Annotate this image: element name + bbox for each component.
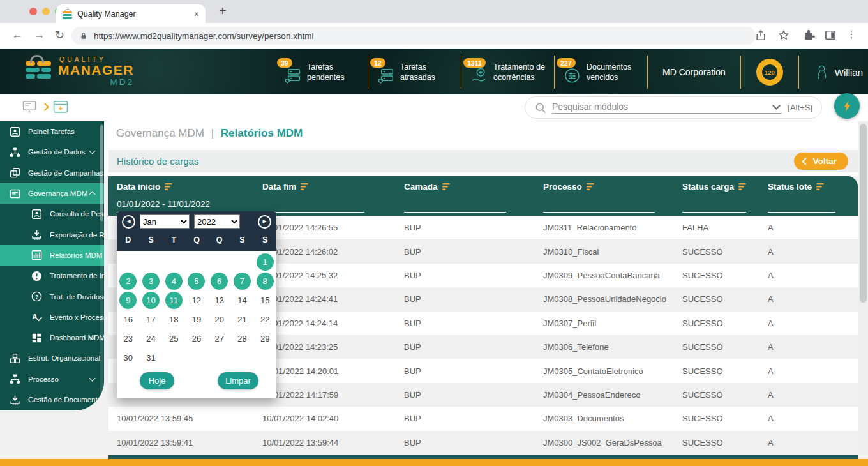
- filter-input[interactable]: [543, 199, 655, 213]
- filter-sort-icon[interactable]: [442, 183, 451, 190]
- filter-sort-icon[interactable]: [301, 183, 309, 190]
- calendar-day[interactable]: 7: [231, 271, 254, 290]
- sidebar-item-gestao-de-campanhas[interactable]: Gestão de Campanhas: [0, 163, 104, 183]
- calendar-day[interactable]: 1: [253, 252, 276, 271]
- calendar-day[interactable]: 8: [253, 271, 276, 290]
- calendar-day[interactable]: 30: [117, 348, 140, 367]
- column-filter-2[interactable]: [396, 199, 535, 213]
- address-bar[interactable]: https://www.md2qualitymanager.com/survey…: [71, 27, 756, 45]
- calendar-day[interactable]: 24: [140, 329, 163, 348]
- page-scrollbar[interactable]: [858, 121, 868, 455]
- calendar-day[interactable]: 23: [117, 329, 140, 348]
- calendar-day[interactable]: 27: [208, 329, 231, 348]
- browser-menu-icon[interactable]: ⋮: [846, 28, 857, 40]
- extensions-puzzle-icon[interactable]: [802, 29, 815, 41]
- filter-input[interactable]: 01/01/2022 - 11/01/2022: [117, 199, 232, 213]
- module-window-icon[interactable]: [53, 100, 68, 114]
- calendar-day[interactable]: 6: [208, 271, 231, 290]
- back-icon[interactable]: ←: [11, 28, 23, 41]
- new-tab-button[interactable]: +: [219, 4, 227, 19]
- sidebar-item-relatorios-mdm[interactable]: Relatórios MDM: [0, 245, 104, 266]
- header-stat-documentos-vencidos[interactable]: 227Documentos vencidos: [560, 59, 641, 85]
- calendar-day[interactable]: 17: [140, 310, 163, 329]
- sidebar-item-governanca-mdm[interactable]: Governança MDM: [0, 183, 104, 204]
- sidebar-item-painel-tarefas[interactable]: Painel Tarefas: [0, 121, 104, 142]
- calendar-day[interactable]: 18: [162, 310, 185, 329]
- column-header-4[interactable]: Status carga: [674, 182, 760, 192]
- header-stat-tarefas-pendentes[interactable]: 39Tarefas pendentes: [281, 59, 362, 85]
- sidebar-scrollbar-thumb[interactable]: [100, 125, 103, 221]
- calendar-day[interactable]: 5: [185, 271, 208, 290]
- column-filter-3[interactable]: [535, 199, 674, 213]
- user-menu[interactable]: Willian: [812, 64, 863, 80]
- calendar-day[interactable]: 19: [185, 310, 208, 329]
- table-row[interactable]: 10/01/2022 13:59:4510/01/2022 14:02:40BU…: [108, 407, 858, 430]
- reload-icon[interactable]: ↻: [55, 28, 64, 42]
- calendar-day[interactable]: 13: [208, 290, 231, 310]
- column-header-5[interactable]: Status lote: [760, 182, 858, 192]
- sidebar-item-processo[interactable]: Processo: [0, 369, 104, 389]
- clear-button[interactable]: Limpar: [218, 372, 258, 389]
- calendar-day[interactable]: 11: [162, 290, 185, 310]
- calendar-day[interactable]: 3: [140, 271, 163, 290]
- side-panel-icon[interactable]: [824, 29, 837, 41]
- column-header-3[interactable]: Processo: [535, 182, 674, 192]
- bookmark-star-icon[interactable]: [777, 29, 790, 41]
- sidebar-item-trat-de-duvidosos[interactable]: Trat. de Duvidosos: [0, 286, 104, 306]
- sidebar-item-consulta-de-pessoas[interactable]: Consulta de Pessoas: [0, 204, 104, 224]
- calendar-day[interactable]: 26: [185, 329, 208, 348]
- column-filter-1[interactable]: [254, 199, 396, 213]
- filter-input[interactable]: [682, 199, 746, 213]
- browser-tab[interactable]: Quality Manager ×: [56, 4, 206, 23]
- filter-sort-icon[interactable]: [816, 183, 825, 190]
- header-stat-tratamento-de-ocorrencias[interactable]: 1311Tratamento de ocorrências: [467, 59, 548, 85]
- app-logo[interactable]: QUALITY MANAGER MD2: [26, 56, 134, 87]
- next-month-button[interactable]: ▶: [258, 215, 271, 229]
- tab-close-icon[interactable]: ×: [194, 10, 199, 19]
- column-filter-4[interactable]: [674, 199, 760, 213]
- calendar-day[interactable]: 21: [231, 310, 254, 329]
- sidebar-item-evento-x-processo[interactable]: Evento x Processo: [0, 307, 104, 327]
- window-minimize-button[interactable]: [42, 8, 50, 15]
- today-button[interactable]: Hoje: [140, 372, 174, 389]
- calendar-day[interactable]: 20: [208, 310, 231, 329]
- sidebar-item-dashboard-mdm[interactable]: Dashboard MDM: [0, 327, 104, 348]
- calendar-day[interactable]: 29: [253, 329, 276, 348]
- forward-icon[interactable]: →: [33, 28, 45, 41]
- filter-sort-icon[interactable]: [587, 183, 595, 190]
- calendar-day[interactable]: 12: [185, 290, 208, 310]
- calendar-day[interactable]: 28: [231, 329, 254, 348]
- column-header-1[interactable]: Data fim: [254, 182, 396, 192]
- filter-sort-icon[interactable]: [165, 183, 173, 190]
- calendar-day[interactable]: 25: [162, 329, 185, 348]
- search-input[interactable]: [552, 101, 771, 112]
- calendar-day[interactable]: 9: [117, 290, 140, 310]
- previous-month-button[interactable]: ◀: [122, 215, 135, 229]
- desktop-monitor-icon[interactable]: [22, 100, 37, 114]
- header-stat-tarefas-atrasadas[interactable]: 12Tarefas atrasadas: [374, 59, 455, 85]
- calendar-day[interactable]: 15: [253, 290, 276, 310]
- filter-input[interactable]: [404, 199, 506, 213]
- calendar-day[interactable]: 14: [231, 290, 254, 310]
- filter-input[interactable]: [768, 199, 835, 213]
- back-button[interactable]: Voltar: [794, 153, 848, 170]
- calendar-day[interactable]: 10: [140, 290, 163, 310]
- sidebar-item-gestao-de-documentos[interactable]: Gestão de Documentos: [0, 389, 104, 410]
- table-row[interactable]: 10/01/2022 13:59:4110/01/2022 13:59:44BU…: [108, 431, 858, 455]
- column-filter-0[interactable]: 01/01/2022 - 11/01/2022: [108, 199, 254, 213]
- filter-sort-icon[interactable]: [738, 183, 747, 190]
- score-ring[interactable]: 120: [756, 59, 783, 86]
- year-select[interactable]: 2022: [194, 214, 240, 229]
- sidebar-item-exportacao-de-relatorios[interactable]: Exportação de Relatórios: [0, 224, 104, 244]
- column-header-0[interactable]: Data início: [108, 182, 254, 192]
- quick-action-button[interactable]: [834, 93, 860, 119]
- sidebar-item-gestao-de-dados[interactable]: Gestão de Dados: [0, 142, 104, 162]
- month-select[interactable]: Jan: [140, 214, 190, 229]
- calendar-day[interactable]: 4: [162, 271, 185, 290]
- share-icon[interactable]: [754, 29, 767, 41]
- column-filter-5[interactable]: [760, 199, 858, 213]
- sidebar-item-tratamento-de-invalidos[interactable]: Tratamento de Inválidos: [0, 266, 104, 286]
- page-scrollbar-thumb[interactable]: [860, 124, 867, 303]
- calendar-day[interactable]: 16: [117, 310, 140, 329]
- chevron-down-icon[interactable]: [772, 101, 781, 110]
